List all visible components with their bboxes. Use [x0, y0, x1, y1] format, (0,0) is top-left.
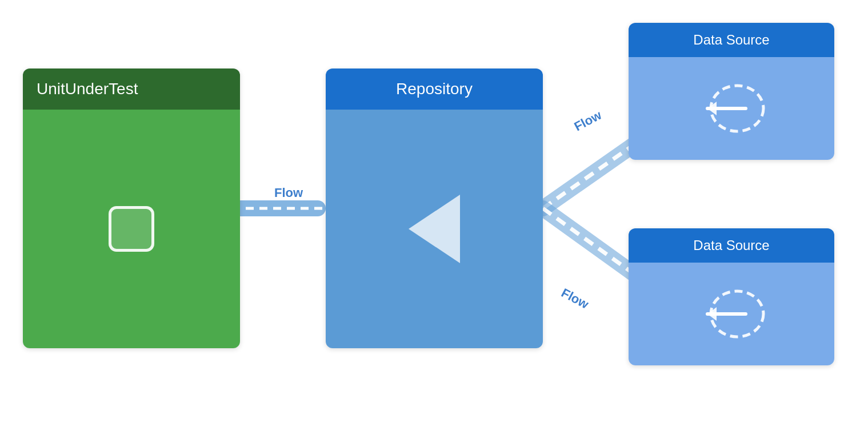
repository-body — [326, 110, 543, 348]
data-source-bottom-body — [629, 263, 834, 365]
data-source-bottom-label: Data Source — [693, 237, 769, 253]
data-source-bottom-box: Data Source — [629, 228, 834, 365]
data-source-top-body — [629, 57, 834, 160]
data-source-top-box: Data Source — [629, 23, 834, 160]
data-source-top-header: Data Source — [629, 23, 834, 57]
unit-icon — [109, 206, 154, 252]
data-source-bottom-header: Data Source — [629, 228, 834, 263]
diagram-container: Flow Flow Flow UnitUnderTest Repository — [0, 0, 868, 423]
svg-text:Flow: Flow — [572, 107, 605, 134]
repository-header: Repository — [326, 69, 543, 110]
data-source-bottom-arrow-icon — [691, 283, 771, 345]
unit-under-test-box: UnitUnderTest — [23, 69, 240, 348]
repository-triangle-icon — [409, 195, 460, 263]
unit-under-test-body — [23, 110, 240, 348]
unit-under-test-header: UnitUnderTest — [23, 69, 240, 110]
svg-text:Flow: Flow — [274, 186, 303, 200]
svg-text:Flow: Flow — [559, 285, 591, 312]
unit-under-test-label: UnitUnderTest — [37, 80, 138, 98]
repository-label: Repository — [396, 80, 473, 98]
data-source-top-arrow-icon — [691, 77, 771, 140]
repository-box: Repository — [326, 69, 543, 348]
data-source-top-label: Data Source — [693, 32, 769, 48]
